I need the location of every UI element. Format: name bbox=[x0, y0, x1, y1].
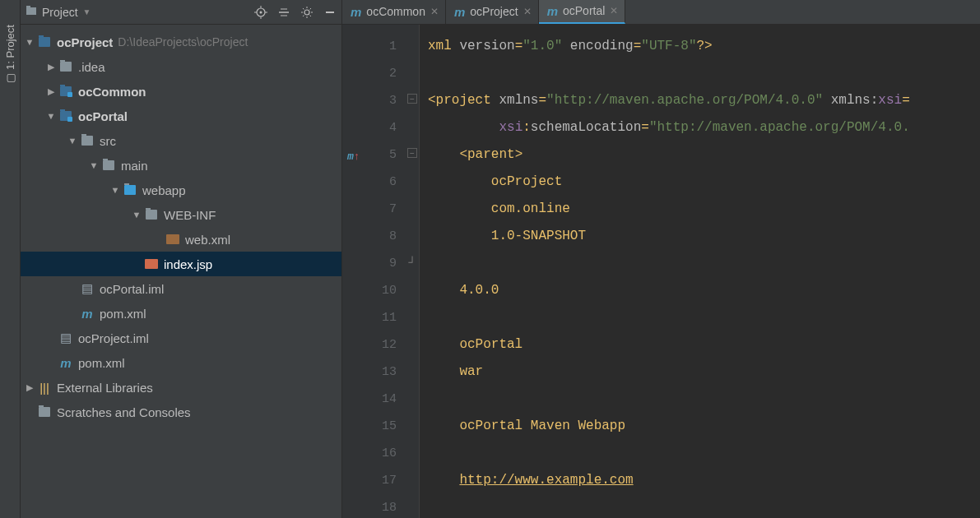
project-title-text: Project bbox=[42, 6, 78, 19]
tree-label: web.xml bbox=[185, 233, 230, 247]
tree-row-external-libraries[interactable]: ▶|||External Libraries bbox=[21, 375, 341, 400]
dropdown-arrow-icon: ▼ bbox=[83, 7, 91, 16]
tree-row-ocportal[interactable]: ▼ocPortal bbox=[21, 104, 341, 128]
tree-label: ocCommon bbox=[78, 85, 146, 99]
svg-rect-1 bbox=[26, 6, 30, 8]
vertical-tab-bar: ▢ 1: Project bbox=[0, 0, 21, 518]
tree-label: Scratches and Consoles bbox=[57, 405, 191, 419]
expand-arrow-icon[interactable]: ▼ bbox=[24, 37, 35, 47]
expand-arrow-icon[interactable]: ▼ bbox=[109, 185, 121, 195]
project-tool-tab[interactable]: ▢ 1: Project bbox=[4, 25, 16, 83]
tree-row-scratches-and-consoles[interactable]: Scratches and Consoles bbox=[21, 400, 341, 424]
project-panel-title[interactable]: Project ▼ bbox=[26, 5, 91, 19]
code-editor[interactable]: xml version="1.0" encoding="UTF-8"?> <pr… bbox=[420, 25, 980, 518]
editor-tab-occommon[interactable]: mocCommon✕ bbox=[342, 0, 446, 24]
editor-area: m↑ 123456789101112131415161718 −−┘ xml v… bbox=[342, 25, 980, 518]
tree-row-ocportal-iml[interactable]: ▤ocPortal.iml bbox=[21, 276, 341, 301]
editor-tab-ocproject[interactable]: mocProject✕ bbox=[446, 0, 539, 24]
tree-row-main[interactable]: ▼main bbox=[21, 153, 341, 178]
tree-row-pom-xml[interactable]: mpom.xml bbox=[21, 350, 341, 375]
maven-file-icon: m bbox=[351, 5, 361, 19]
tree-label: .idea bbox=[78, 60, 105, 74]
tree-row-webapp[interactable]: ▼webapp bbox=[21, 178, 341, 202]
collapse-icon[interactable] bbox=[277, 6, 290, 19]
tree-label: index.jsp bbox=[164, 257, 212, 271]
tree-label: webapp bbox=[142, 183, 186, 197]
hide-icon[interactable] bbox=[323, 6, 337, 19]
tab-label: ocProject bbox=[470, 5, 518, 18]
tab-label: ocPortal bbox=[563, 4, 605, 17]
editor-tabs: mocCommon✕mocProject✕mocPortal✕ bbox=[342, 0, 980, 25]
expand-arrow-icon[interactable]: ▶ bbox=[24, 382, 35, 393]
tree-row-occommon[interactable]: ▶ocCommon bbox=[21, 79, 341, 104]
tree-label: pom.xml bbox=[100, 307, 146, 321]
project-panel-header: Project ▼ bbox=[21, 0, 341, 25]
line-gutter[interactable]: m↑ 123456789101112131415161718 bbox=[342, 25, 405, 518]
tree-label: ocProject.iml bbox=[78, 331, 149, 345]
expand-arrow-icon[interactable]: ▼ bbox=[88, 160, 100, 170]
gear-icon[interactable] bbox=[300, 6, 314, 19]
tree-label: ocPortal bbox=[78, 109, 128, 123]
tree-label: ocProject bbox=[57, 35, 113, 49]
maven-gutter-icon[interactable]: m↑ bbox=[347, 143, 360, 170]
fold-margin[interactable]: −−┘ bbox=[405, 25, 420, 518]
locate-icon[interactable] bbox=[254, 6, 267, 19]
editor-tab-ocportal[interactable]: mocPortal✕ bbox=[539, 0, 626, 24]
close-icon[interactable]: ✕ bbox=[610, 5, 618, 16]
expand-arrow-icon[interactable]: ▼ bbox=[67, 136, 78, 146]
fold-icon[interactable]: − bbox=[407, 94, 417, 104]
tree-label: WEB-INF bbox=[164, 208, 216, 222]
fold-icon[interactable]: ┘ bbox=[407, 257, 417, 266]
project-tree[interactable]: ▼ocProjectD:\IdeaProjects\ocProject▶.ide… bbox=[21, 25, 341, 518]
tree-row-pom-xml[interactable]: mpom.xml bbox=[21, 301, 341, 326]
expand-arrow-icon[interactable]: ▼ bbox=[131, 210, 142, 220]
tree-row-ocproject[interactable]: ▼ocProjectD:\IdeaProjects\ocProject bbox=[21, 30, 341, 54]
tree-label: External Libraries bbox=[57, 381, 153, 395]
svg-point-11 bbox=[304, 10, 309, 15]
expand-arrow-icon[interactable]: ▶ bbox=[45, 62, 57, 72]
close-icon[interactable]: ✕ bbox=[523, 6, 532, 17]
tree-row-web-inf[interactable]: ▼WEB-INF bbox=[21, 202, 341, 227]
tree-path: D:\IdeaProjects\ocProject bbox=[118, 35, 248, 49]
fold-icon[interactable]: − bbox=[407, 148, 417, 158]
tree-row-web-xml[interactable]: web.xml bbox=[21, 227, 341, 252]
tree-row-index-jsp[interactable]: index.jsp bbox=[21, 252, 341, 276]
tab-label: ocCommon bbox=[366, 5, 425, 18]
expand-arrow-icon[interactable]: ▼ bbox=[45, 111, 57, 121]
close-icon[interactable]: ✕ bbox=[430, 6, 439, 17]
tree-label: pom.xml bbox=[78, 356, 125, 370]
tree-label: src bbox=[100, 134, 116, 148]
svg-rect-0 bbox=[26, 7, 36, 15]
maven-file-icon: m bbox=[454, 5, 465, 19]
tree-label: ocPortal.iml bbox=[100, 282, 164, 296]
project-tab-icon: ▢ bbox=[4, 73, 16, 83]
svg-point-3 bbox=[260, 11, 262, 13]
tree-row--idea[interactable]: ▶.idea bbox=[21, 54, 341, 79]
maven-file-icon: m bbox=[547, 4, 558, 18]
editor-panel: mocCommon✕mocProject✕mocPortal✕ m↑ 12345… bbox=[342, 0, 980, 518]
project-panel: Project ▼ ▼ocProjectD:\IdeaProjects\ocPr… bbox=[21, 0, 342, 518]
project-tab-label: 1: Project bbox=[4, 25, 16, 70]
tree-row-ocproject-iml[interactable]: ▤ocProject.iml bbox=[21, 326, 341, 350]
tree-row-src[interactable]: ▼src bbox=[21, 128, 341, 153]
tree-label: main bbox=[121, 159, 148, 173]
project-title-icon bbox=[26, 5, 37, 19]
expand-arrow-icon[interactable]: ▶ bbox=[45, 86, 57, 97]
